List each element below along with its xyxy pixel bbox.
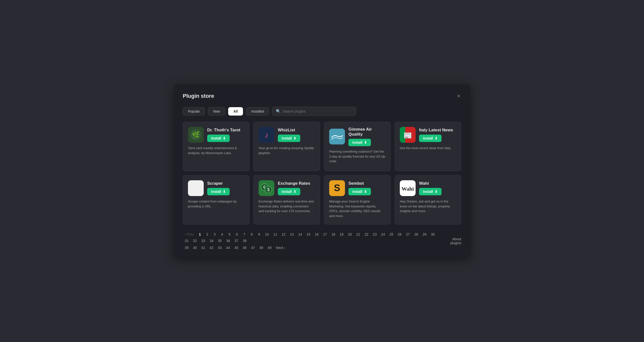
plugin-desc-whizlist: Your go-to for creating amazing Spotify … bbox=[258, 146, 315, 155]
install-button-italy[interactable]: Install ⬇ bbox=[419, 134, 442, 142]
page-44[interactable]: 44 bbox=[224, 245, 232, 251]
svg-text:S: S bbox=[334, 183, 340, 193]
page-19[interactable]: 19 bbox=[338, 231, 346, 237]
page-46[interactable]: 46 bbox=[241, 245, 249, 251]
plugins-grid: 🌿 Dr. Thoth's Tarot Install ⬇ Tarot card… bbox=[183, 122, 461, 224]
page-16[interactable]: 16 bbox=[313, 231, 321, 237]
page-39[interactable]: 39 bbox=[183, 245, 191, 251]
page-8[interactable]: 8 bbox=[248, 231, 255, 237]
page-34[interactable]: 34 bbox=[208, 238, 216, 244]
plugin-header-air: Gimmee Air Quality Install ⬇ bbox=[329, 127, 386, 146]
install-icon-whizlist: ⬇ bbox=[293, 136, 296, 140]
plugin-icon-italy: 📰 bbox=[400, 127, 416, 143]
page-9[interactable]: 9 bbox=[256, 231, 262, 237]
plugin-card-exchange: € $ Exchange Rates Install ⬇ Exchange Ra… bbox=[253, 175, 320, 224]
page-38[interactable]: 38 bbox=[241, 238, 249, 244]
install-button-sembot[interactable]: Install ⬇ bbox=[348, 188, 371, 195]
install-button-scraper[interactable]: Install ⬇ bbox=[207, 188, 230, 195]
install-button-tarot[interactable]: Install ⬇ bbox=[207, 134, 230, 142]
about-plugins-link[interactable]: About plugins bbox=[444, 237, 461, 245]
page-21[interactable]: 21 bbox=[354, 231, 362, 237]
filter-installed[interactable]: Installed bbox=[246, 107, 269, 116]
page-22[interactable]: 22 bbox=[362, 231, 370, 237]
install-icon-italy: ⬇ bbox=[434, 136, 438, 140]
page-18[interactable]: 18 bbox=[330, 231, 337, 237]
page-13[interactable]: 13 bbox=[288, 231, 296, 237]
page-43[interactable]: 43 bbox=[216, 245, 224, 251]
page-28[interactable]: 28 bbox=[412, 231, 420, 237]
page-26[interactable]: 26 bbox=[396, 231, 404, 237]
page-37[interactable]: 37 bbox=[232, 238, 240, 244]
plugin-icon-tarot: 🌿 bbox=[188, 127, 204, 143]
plugin-header-scraper: Scraper Install ⬇ bbox=[188, 180, 244, 196]
filter-new[interactable]: New bbox=[208, 107, 225, 116]
page-17[interactable]: 17 bbox=[321, 231, 329, 237]
page-12[interactable]: 12 bbox=[280, 231, 288, 237]
svg-rect-11 bbox=[188, 180, 204, 196]
plugin-name-install-air: Gimmee Air Quality Install ⬇ bbox=[348, 127, 386, 146]
next-button[interactable]: Next › bbox=[274, 245, 287, 251]
install-button-air[interactable]: Install ⬇ bbox=[348, 139, 371, 146]
plugin-name-wahi: Wahi bbox=[419, 181, 442, 186]
page-40[interactable]: 40 bbox=[191, 245, 199, 251]
plugin-name-install-whizlist: WhizList Install ⬇ bbox=[278, 128, 300, 142]
svg-text:🌿: 🌿 bbox=[192, 131, 200, 138]
page-24[interactable]: 24 bbox=[379, 231, 387, 237]
plugin-icon-air bbox=[329, 129, 345, 144]
page-49[interactable]: 49 bbox=[266, 245, 274, 251]
plugin-card-whizlist: ♪ WhizList Install ⬇ Your go-to for crea… bbox=[253, 122, 320, 171]
page-5[interactable]: 5 bbox=[226, 231, 233, 237]
page-35[interactable]: 35 bbox=[216, 238, 224, 244]
page-2[interactable]: 2 bbox=[204, 231, 211, 237]
install-button-whizlist[interactable]: Install ⬇ bbox=[278, 134, 300, 142]
plugin-desc-air: Planning something outdoors? Get the 2-d… bbox=[329, 149, 386, 164]
filter-all[interactable]: All bbox=[228, 107, 243, 116]
plugin-card-tarot: 🌿 Dr. Thoth's Tarot Install ⬇ Tarot card… bbox=[183, 122, 250, 171]
plugin-name-exchange: Exchange Rates bbox=[278, 181, 310, 186]
page-4[interactable]: 4 bbox=[218, 231, 226, 237]
page-45[interactable]: 45 bbox=[232, 245, 240, 251]
page-41[interactable]: 41 bbox=[199, 245, 207, 251]
page-36[interactable]: 36 bbox=[224, 238, 232, 244]
page-30[interactable]: 30 bbox=[429, 231, 437, 237]
plugin-desc-exchange: Exchange Rates delivers real-time and hi… bbox=[258, 199, 315, 214]
page-20[interactable]: 20 bbox=[346, 231, 354, 237]
page-42[interactable]: 42 bbox=[208, 245, 216, 251]
search-icon: 🔍 bbox=[276, 109, 281, 114]
page-33[interactable]: 33 bbox=[199, 238, 207, 244]
page-47[interactable]: 47 bbox=[249, 245, 257, 251]
page-48[interactable]: 48 bbox=[257, 245, 265, 251]
page-10[interactable]: 10 bbox=[263, 231, 271, 237]
page-3[interactable]: 3 bbox=[211, 231, 218, 237]
svg-text:$: $ bbox=[267, 187, 270, 192]
page-27[interactable]: 27 bbox=[404, 231, 412, 237]
page-15[interactable]: 15 bbox=[304, 231, 312, 237]
page-6[interactable]: 6 bbox=[233, 231, 240, 237]
pagination-row1: ‹ Prev 1 2 3 4 5 6 7 8 9 10 11 12 13 14 … bbox=[183, 231, 444, 244]
plugin-card-air: Gimmee Air Quality Install ⬇ Planning so… bbox=[324, 122, 391, 171]
page-25[interactable]: 25 bbox=[388, 231, 395, 237]
page-1[interactable]: 1 bbox=[196, 231, 203, 237]
prev-button[interactable]: ‹ Prev bbox=[183, 231, 196, 237]
modal-header: Plugin store × bbox=[183, 92, 461, 100]
search-input[interactable] bbox=[283, 110, 352, 113]
plugin-name-tarot: Dr. Thoth's Tarot bbox=[207, 128, 240, 132]
plugin-header-wahi: Wahi Wahi Install ⬇ bbox=[400, 180, 456, 196]
plugin-desc-sembot: Manage your Search Engine Marketing. Get… bbox=[329, 199, 386, 218]
page-31[interactable]: 31 bbox=[183, 238, 191, 244]
filter-popular[interactable]: Popular bbox=[183, 107, 205, 116]
plugin-icon-sembot: S bbox=[329, 180, 345, 196]
page-23[interactable]: 23 bbox=[371, 231, 379, 237]
plugin-name-sembot: Sembot bbox=[348, 181, 371, 186]
install-button-wahi[interactable]: Install ⬇ bbox=[419, 188, 442, 195]
page-29[interactable]: 29 bbox=[420, 231, 428, 237]
page-32[interactable]: 32 bbox=[191, 238, 199, 244]
install-button-exchange[interactable]: Install ⬇ bbox=[278, 188, 300, 195]
plugin-desc-scraper: Scrape content from webpages by providin… bbox=[188, 199, 244, 209]
page-14[interactable]: 14 bbox=[296, 231, 304, 237]
close-button[interactable]: × bbox=[456, 92, 461, 100]
page-7[interactable]: 7 bbox=[241, 231, 248, 237]
page-11[interactable]: 11 bbox=[272, 231, 279, 237]
pagination-row2: 39 40 41 42 43 44 45 46 47 48 49 Next › bbox=[183, 245, 444, 251]
plugin-header-sembot: S Sembot Install ⬇ bbox=[329, 180, 386, 196]
